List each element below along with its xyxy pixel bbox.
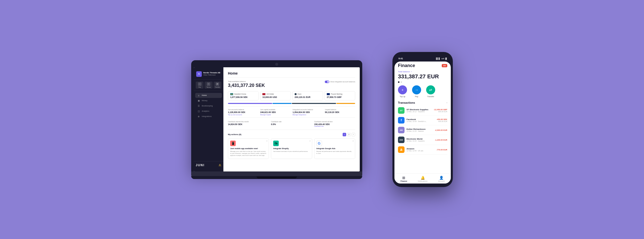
transaction-fb[interactable]: f Facebook 13 Mar, 15:09 · Swedish a... …	[398, 115, 447, 125]
cashback-month: Cashback earned this month 14,824.50 SEK	[228, 121, 269, 127]
cashback-month-value: 14,824.50 SEK	[228, 123, 269, 126]
stat-juni-link[interactable]: Top up Juni accounts	[228, 114, 258, 115]
transaction-amounts-fb: -450.00 SEK -900.00 EUR	[436, 118, 447, 122]
phone-transfer-label: Transfer	[427, 95, 434, 98]
nav-home[interactable]: ⌂ Home	[195, 93, 222, 98]
dots-indicator	[398, 81, 447, 83]
nav-bookkeeping-label: Bookkeeping	[202, 105, 213, 107]
cashback-alltime: Cashback earned all time 150,426.40 SEK …	[314, 121, 355, 127]
card-title-google: Integrate Google Ads	[316, 147, 353, 150]
laptop-screen-outer: N Nordic Threads AB Viktor Pettersson ↑ …	[191, 60, 362, 171]
actions-header: My actions (8) 1 2 ›	[228, 133, 355, 136]
transaction-meta-er: 13 Mar, 21:03 · Salaries	[407, 130, 433, 132]
card-desc-google: Review ad performance and make payments …	[316, 150, 353, 155]
notification-bell-icon[interactable]: 🔔	[218, 164, 221, 166]
toggle-integrated[interactable]	[325, 81, 329, 83]
main-content: Home Total available balance 3,431,377.2…	[223, 67, 360, 171]
dot-eur	[295, 93, 297, 95]
transaction-info-ew: Electronic World 12 Mar, 13:20 · Supplie…	[407, 138, 433, 142]
transaction-logo-amz: a	[398, 146, 405, 153]
transaction-info-st: ST Electronic Supplies 13 Mar, 18:12 · S…	[407, 108, 432, 112]
phone-transfer-btn[interactable]: ⇄ Transfer	[426, 85, 435, 98]
transaction-logo-st: ST	[398, 107, 405, 114]
bookkeeping-icon: ☰	[197, 105, 200, 107]
dot-1	[398, 81, 399, 83]
phone-screen: Finance All Total balance › 331,387.27 E…	[394, 62, 451, 184]
currency-usd-name: US Dollar	[262, 93, 289, 95]
signal-icon: ▌▌▌	[436, 57, 440, 60]
card-icon-google: G	[316, 141, 322, 146]
nav-account[interactable]: 👤 Account	[432, 176, 451, 182]
user-name: Viktor Pettersson	[203, 74, 220, 76]
nav-integrations-label: Integrations	[202, 115, 212, 117]
phone-status: ▌▌▌ wifi ▓	[436, 57, 447, 60]
transaction-name-er: Esther Richardsson	[407, 128, 433, 130]
phone-pay-btn[interactable]: → Pay	[412, 85, 421, 98]
transaction-info-amz: Amazon 12 Mar, 12:54 · UK ads	[407, 148, 434, 152]
transactions-header: Transactions ›	[398, 101, 447, 104]
phone-notch-area: 9:41 ▌▌▌ wifi ▓	[394, 55, 451, 62]
finance-nav-label: Finance	[400, 180, 407, 182]
action-cards: × 📱 Juni mobile app available now! Manag…	[228, 138, 355, 159]
transaction-st[interactable]: ST ST Electronic Supplies 13 Mar, 18:12 …	[398, 106, 447, 115]
pay-label: Pay	[198, 86, 201, 88]
stat-unpaid: Unpaid balance 50,118.20 SEK	[325, 109, 355, 115]
page-title: Home	[228, 71, 355, 78]
notifications-nav-icon: 🔔	[421, 176, 425, 180]
cashback-info-link[interactable]: Cashback info	[314, 126, 355, 127]
page-btn-2[interactable]: 2	[347, 133, 351, 136]
stat-capital-link[interactable]: Manage Capital	[260, 114, 291, 115]
laptop-bottom	[191, 176, 362, 179]
nav-notifications[interactable]: 🔔 Notifications	[413, 176, 432, 182]
currency-gbp-name: Pound Sterling	[327, 93, 353, 95]
card-close-shopify[interactable]: ×	[309, 140, 311, 142]
stat-capital-value: 246,621.00 SEK	[260, 111, 291, 113]
card-close-app[interactable]: ×	[266, 140, 268, 142]
action-card-shopify: × 🛍 Integrate Shopify Get instant overvi…	[271, 138, 312, 159]
transaction-amounts-amz: -770.00 EUR	[436, 149, 447, 151]
all-badge[interactable]: All	[442, 64, 447, 67]
sidebar-nav: ⌂ Home ▣ Money ☰ Bookkeeping ◫	[194, 93, 223, 161]
nav-analytics[interactable]: ◫ Analytics	[195, 109, 222, 114]
phone-main-content: Finance All Total balance › 331,387.27 E…	[394, 62, 451, 173]
currency-cards: Swedish Krona 1,077,836.56 SEK US Dollar…	[228, 91, 355, 100]
stat-integrated-link[interactable]: Manage integrations	[293, 114, 323, 115]
currency-card-eur: Euro 200,120.31 EUR	[292, 91, 323, 100]
page-btn-next[interactable]: ›	[352, 133, 355, 136]
transaction-amounts-er: -2,000.00 EUR	[435, 129, 447, 131]
phone-bottom-nav: ⊞ Finance 🔔 Notifications 👤 Account	[394, 173, 451, 184]
transaction-name-st: ST Electronic Supplies	[407, 108, 432, 111]
nav-bookkeeping[interactable]: ☰ Bookkeeping	[195, 103, 222, 108]
show-integrated: Show integrated account balances	[325, 81, 355, 83]
nav-money[interactable]: ▣ Money	[195, 98, 222, 103]
phone-topup-icon: +	[398, 85, 407, 94]
pay-button[interactable]: ↑ Pay	[196, 82, 204, 89]
total-balance-arrow: ›	[411, 70, 412, 73]
transaction-name-amz: Amazon	[407, 148, 434, 150]
total-balance-amount: 331,387.27 EUR	[398, 73, 447, 80]
card-close-google[interactable]: ×	[352, 140, 354, 142]
currency-usd-amount: 10,000.00 USD	[262, 96, 289, 98]
phone-topup-btn[interactable]: + Top up	[398, 85, 407, 98]
transaction-meta-ew: 12 Mar, 13:20 · Suppliers	[407, 140, 433, 142]
nav-finance[interactable]: ⊞ Finance	[394, 176, 413, 182]
transaction-ew[interactable]: EW Electronic World 12 Mar, 13:20 · Supp…	[398, 135, 447, 145]
transactions-arrow[interactable]: ›	[447, 101, 447, 104]
stat-capital: Juni capital available 246,621.00 SEK Ma…	[260, 109, 291, 115]
transfer-button[interactable]: ⇄ Transfer	[214, 82, 221, 89]
nav-integrations[interactable]: ⊕ Integrations	[195, 114, 222, 119]
transaction-amounts-ew: -1,230.00 EUR	[435, 139, 447, 141]
laptop-camera	[275, 63, 278, 66]
transaction-amount-amz: -770.00 EUR	[436, 149, 447, 151]
sidebar-bottom: JUNI 🔔	[194, 161, 223, 169]
transaction-amounts-st: -12,450.00 GBP -900.00 EUR	[434, 108, 447, 112]
pagination: 1 2 ›	[343, 133, 355, 136]
transaction-amz[interactable]: a Amazon 12 Mar, 12:54 · UK ads -770.00 …	[398, 145, 447, 155]
transaction-er[interactable]: AB Esther Richardsson 13 Mar, 21:03 · Sa…	[398, 125, 447, 135]
brand-avatar: N	[196, 71, 202, 77]
currency-eur-name: Euro	[295, 93, 321, 95]
topup-button[interactable]: + Top up	[205, 82, 212, 89]
transaction-meta-st: 13 Mar, 18:12 · Suppliers	[407, 111, 432, 112]
page-btn-1[interactable]: 1	[343, 133, 346, 136]
balance-stats: Juni accounts balance 1,128,930.00 SEK T…	[228, 106, 355, 118]
